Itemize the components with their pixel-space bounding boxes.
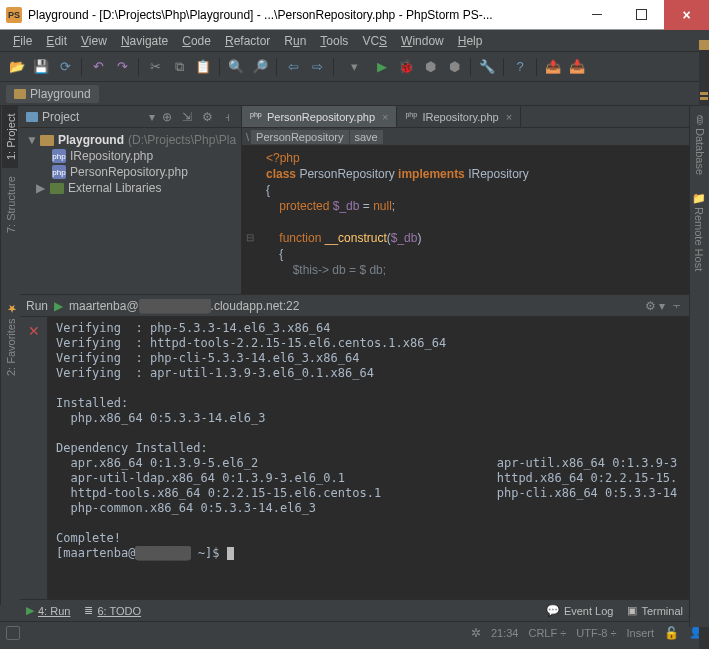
collapse-icon[interactable]: ⇲: [179, 110, 195, 124]
warning-marker[interactable]: [700, 92, 708, 95]
editor-tab[interactable]: php PersonRepository.php ×: [242, 106, 397, 127]
stop-icon[interactable]: ⬢: [443, 56, 465, 78]
bottom-tab-todo[interactable]: ≣6: TODO: [84, 604, 141, 617]
redo-icon[interactable]: ↷: [111, 56, 133, 78]
open-icon[interactable]: 📂: [6, 56, 28, 78]
run-toolbar: ✕: [20, 317, 48, 599]
settings-icon[interactable]: ⚙ ▾: [645, 299, 665, 313]
status-insert-mode[interactable]: Insert: [626, 627, 654, 639]
coverage-icon[interactable]: ⬢: [419, 56, 441, 78]
bottom-tab-run[interactable]: ▶4: Run: [26, 604, 70, 617]
run-icon[interactable]: ▶: [371, 56, 393, 78]
help-icon[interactable]: ?: [509, 56, 531, 78]
console-output[interactable]: Verifying : php-5.3.3-14.el6_3.x86_64 Ve…: [48, 317, 689, 599]
menu-run[interactable]: Run: [277, 32, 313, 50]
expand-icon[interactable]: ▼: [26, 133, 36, 147]
bottom-tab-terminal[interactable]: ▣Terminal: [627, 604, 683, 617]
breadcrumb-root[interactable]: Playground: [6, 85, 99, 103]
lock-icon[interactable]: 🔓: [664, 626, 679, 640]
menu-file[interactable]: File: [6, 32, 39, 50]
analysis-status-icon[interactable]: [699, 40, 709, 50]
right-tool-strip: 🛢Database 📁Remote Host: [689, 106, 709, 627]
project-icon: [26, 112, 38, 122]
right-tab-remote-host[interactable]: 📁Remote Host: [691, 183, 708, 279]
back-icon[interactable]: ⇦: [282, 56, 304, 78]
download-icon[interactable]: 📥: [566, 56, 588, 78]
code-editor[interactable]: <?php class PersonRepository implements …: [242, 146, 709, 294]
settings-icon[interactable]: 🔧: [476, 56, 498, 78]
tree-external-libs[interactable]: ▶ External Libraries: [22, 180, 239, 196]
warning-marker[interactable]: [700, 97, 708, 100]
progress-icon: ✲: [471, 626, 481, 640]
menu-edit[interactable]: Edit: [39, 32, 74, 50]
crumb-segment[interactable]: save: [350, 130, 383, 144]
menu-code[interactable]: Code: [175, 32, 218, 50]
editor-area: php PersonRepository.php × php IReposito…: [242, 106, 709, 294]
menu-navigate[interactable]: Navigate: [114, 32, 175, 50]
menu-view[interactable]: View: [74, 32, 114, 50]
undo-icon[interactable]: ↶: [87, 56, 109, 78]
stop-icon[interactable]: ✕: [28, 323, 40, 339]
menu-window[interactable]: Window: [394, 32, 451, 50]
tree-file[interactable]: php IRepository.php: [22, 148, 239, 164]
menu-help[interactable]: Help: [451, 32, 490, 50]
toolbar-separator: [470, 58, 471, 76]
menu-tools[interactable]: Tools: [313, 32, 355, 50]
bottom-tab-eventlog[interactable]: 💬Event Log: [546, 604, 614, 617]
sync-icon[interactable]: ⟳: [54, 56, 76, 78]
hide-icon[interactable]: ⫞: [219, 110, 235, 124]
menu-refactor[interactable]: Refactor: [218, 32, 277, 50]
folder-icon: [40, 135, 54, 146]
editor-tab[interactable]: php IRepository.php ×: [397, 106, 521, 127]
expand-icon[interactable]: ▶: [36, 181, 46, 195]
toolbar-separator: [219, 58, 220, 76]
status-line-ending[interactable]: CRLF ÷: [528, 627, 566, 639]
autoscroll-icon[interactable]: ⊕: [159, 110, 175, 124]
left-tab-favorites[interactable]: 2: Favorites ★: [2, 294, 19, 384]
window-title: Playground - [D:\Projects\Php\Playground…: [28, 8, 574, 22]
maximize-button[interactable]: [619, 0, 664, 30]
project-tree: ▼ Playground (D:\Projects\Php\Pla php IR…: [20, 128, 241, 200]
config-dropdown[interactable]: ▾: [339, 56, 369, 78]
run-config-label: maartenba@████████.cloudapp.net:22: [69, 299, 299, 313]
cursor: [227, 547, 234, 560]
hide-icon[interactable]: ⫟: [671, 299, 683, 313]
project-panel-title: Project: [42, 110, 145, 124]
close-tab-icon[interactable]: ×: [506, 111, 512, 123]
project-panel-header: Project ▾ ⊕ ⇲ ⚙ ⫞: [20, 106, 241, 128]
right-tab-database[interactable]: 🛢Database: [692, 106, 708, 183]
close-tab-icon[interactable]: ×: [382, 111, 388, 123]
copy-icon[interactable]: ⧉: [168, 56, 190, 78]
status-bar: ✲ 21:34 CRLF ÷ UTF-8 ÷ Insert 🔓 👤: [0, 621, 709, 643]
status-caret-position[interactable]: 21:34: [491, 627, 519, 639]
cut-icon[interactable]: ✂: [144, 56, 166, 78]
toolwindows-toggle-icon[interactable]: [6, 626, 20, 640]
forward-icon[interactable]: ⇨: [306, 56, 328, 78]
editor-tabs: php PersonRepository.php × php IReposito…: [242, 106, 709, 128]
fold-icon[interactable]: ⊟: [246, 230, 254, 246]
save-icon[interactable]: 💾: [30, 56, 52, 78]
left-tab-project[interactable]: 1: Project: [3, 106, 19, 168]
status-encoding[interactable]: UTF-8 ÷: [576, 627, 616, 639]
menu-vcs[interactable]: VCS: [355, 32, 394, 50]
redacted-text: ████████: [139, 299, 211, 313]
left-tab-structure[interactable]: 7: Structure: [3, 168, 19, 241]
window-controls: ×: [574, 0, 709, 30]
paste-icon[interactable]: 📋: [192, 56, 214, 78]
find-icon[interactable]: 🔍: [225, 56, 247, 78]
tree-root[interactable]: ▼ Playground (D:\Projects\Php\Pla: [22, 132, 239, 148]
toolbar-separator: [276, 58, 277, 76]
tree-item-label: External Libraries: [68, 181, 161, 195]
replace-icon[interactable]: 🔎: [249, 56, 271, 78]
upload-icon[interactable]: 📤: [542, 56, 564, 78]
redacted-text: ██████: [135, 546, 190, 560]
rerun-icon[interactable]: ▶: [54, 299, 63, 313]
dropdown-icon[interactable]: ▾: [149, 110, 155, 124]
toolbar-separator: [503, 58, 504, 76]
gear-icon[interactable]: ⚙: [199, 110, 215, 124]
crumb-segment[interactable]: PersonRepository: [251, 130, 348, 144]
debug-icon[interactable]: 🐞: [395, 56, 417, 78]
tree-file[interactable]: php PersonRepository.php: [22, 164, 239, 180]
close-button[interactable]: ×: [664, 0, 709, 30]
minimize-button[interactable]: [574, 0, 619, 30]
